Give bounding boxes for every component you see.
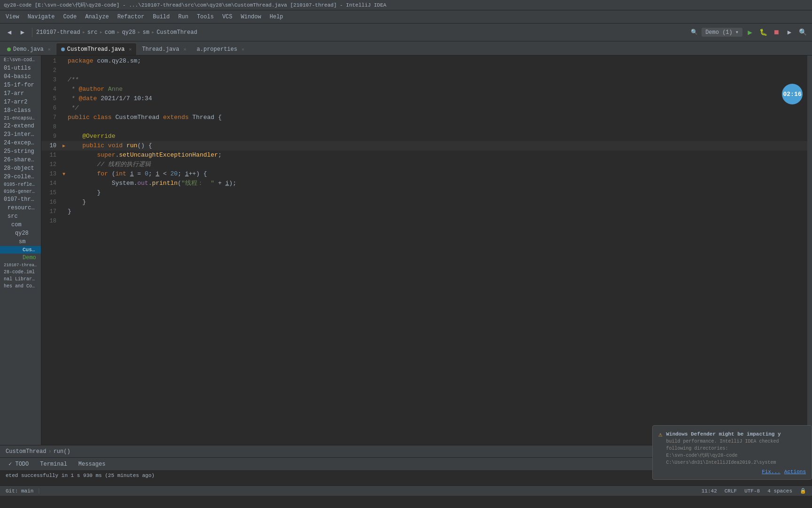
sidebar-item-libraries[interactable]: nal Libraries xyxy=(0,276,41,283)
tab-thread-java[interactable]: Thread.java ✕ xyxy=(137,43,191,55)
menu-window[interactable]: Window xyxy=(237,13,265,21)
breadcrumb-com[interactable]: com xyxy=(105,29,115,36)
code-content-5: * @date 2021/1/7 10:34 xyxy=(68,94,807,103)
code-line-2: 2 xyxy=(41,66,807,75)
breadcrumb-qy28[interactable]: qy28 xyxy=(122,29,136,36)
notification-warning-icon: ⚠ xyxy=(658,430,662,438)
sidebar-item-customthread[interactable]: Custo xyxy=(0,246,41,254)
sidebar-item-qy28[interactable]: qy28 xyxy=(0,229,41,238)
sidebar-item-collection[interactable]: 29-collection xyxy=(0,173,41,181)
tab-customthread-java[interactable]: CustomThread.java ✕ xyxy=(56,43,137,55)
line-num-10: 10 xyxy=(41,141,60,151)
tab-properties[interactable]: a.properties ✕ xyxy=(192,43,250,55)
code-line-7: 7 public class CustomThread extends Thre… xyxy=(41,113,807,122)
breadcrumb-bottom-class[interactable]: CustomThread xyxy=(6,448,46,455)
code-content-3: /** xyxy=(68,75,807,85)
sidebar-item-sharebike[interactable]: 26-sharebike xyxy=(0,156,41,164)
sidebar-item-iml-code[interactable]: 28-code.iml xyxy=(0,269,41,276)
tab-demo-java[interactable]: Demo.java ✕ xyxy=(2,43,56,55)
sidebar-item-arr[interactable]: 17-arr xyxy=(0,89,41,98)
status-bar: Git: main | 11:42 CRLF UTF-8 4 spaces 🔒 xyxy=(0,485,812,496)
menu-tools[interactable]: Tools xyxy=(193,13,218,21)
toolbar-forward-btn[interactable]: ▶ xyxy=(17,27,28,38)
notification-actions-btn[interactable]: Actions xyxy=(784,469,806,475)
menu-help[interactable]: Help xyxy=(266,13,287,21)
menu-run[interactable]: Run xyxy=(174,13,192,21)
notification-text: Windows Defender might be impacting y bu… xyxy=(666,430,806,467)
tab-close-demo[interactable]: ✕ xyxy=(48,47,51,52)
code-content-15: } xyxy=(68,188,807,198)
sidebar-item-exception[interactable]: 24-exception xyxy=(0,139,41,147)
code-line-15: 15 } xyxy=(41,188,807,198)
sidebar-item-src[interactable]: src xyxy=(0,212,41,221)
menu-build[interactable]: Build xyxy=(149,13,173,21)
code-content-1: package com.qy28.sm; xyxy=(68,56,807,66)
menu-navigate[interactable]: Navigate xyxy=(24,13,59,21)
status-line-col: 11:42 xyxy=(702,488,717,494)
status-encoding[interactable]: UTF-8 xyxy=(744,488,760,494)
menu-analyze[interactable]: Analyze xyxy=(81,13,112,21)
status-crlf[interactable]: CRLF xyxy=(725,488,737,494)
menu-view[interactable]: View xyxy=(2,13,23,21)
title-bar-text: qy28-code [E:\svn-code\代码\qy28-code] - .… xyxy=(4,1,386,8)
bottom-tab-todo[interactable]: ✓ TODO xyxy=(4,460,33,468)
sidebar-item-reflect[interactable]: 0105-reflect xyxy=(0,181,41,188)
bottom-tab-terminal[interactable]: Terminal xyxy=(35,460,72,468)
line-num-12: 12 xyxy=(41,160,60,169)
breadcrumb-sep4: ▸ xyxy=(137,29,141,36)
build-status-text: eted successfully in 1 s 930 ms (25 minu… xyxy=(6,473,155,478)
breadcrumb-src[interactable]: src xyxy=(87,29,98,36)
notification-fix-btn[interactable]: Fix... xyxy=(762,469,781,475)
menu-code[interactable]: Code xyxy=(59,13,80,21)
sidebar-item-generic[interactable]: 0106-generic&ann xyxy=(0,188,41,195)
timer-badge[interactable]: 02:16 xyxy=(782,84,803,104)
run-config-selector[interactable]: Demo (1) ▾ xyxy=(702,28,742,37)
menu-vcs[interactable]: VCS xyxy=(219,13,236,21)
sidebar-item-utils[interactable]: 01-utils xyxy=(0,64,41,72)
sidebar-item-resources[interactable]: resources xyxy=(0,204,41,212)
breadcrumb-sm[interactable]: sm xyxy=(143,29,149,36)
sidebar-item-sm[interactable]: sm xyxy=(0,238,41,246)
sidebar-item-object[interactable]: 28-object xyxy=(0,164,41,173)
sidebar-item-extend[interactable]: 22-extend xyxy=(0,122,41,130)
breadcrumb-file[interactable]: CustomThread xyxy=(156,29,197,36)
code-line-18: 18 xyxy=(41,216,807,226)
breadcrumb-project[interactable]: 210107-thread xyxy=(36,29,80,36)
sidebar-item-iml-thread[interactable]: 210107-thread.iml xyxy=(0,262,41,269)
toolbar-back-btn[interactable]: ◀ xyxy=(4,27,15,38)
sidebar-item-encapsulation[interactable]: 21-encapsulation xyxy=(0,115,41,122)
sidebar-item-thread[interactable]: 0107-thread xyxy=(0,195,41,204)
code-area[interactable]: 1 package com.qy28.sm; 2 3 /** xyxy=(41,56,812,445)
status-git: Git: main xyxy=(6,488,33,494)
editor-scrollbar[interactable] xyxy=(807,56,812,445)
notification-title: Windows Defender might be impacting y xyxy=(666,430,806,438)
tab-label-customthread: CustomThread.java xyxy=(67,46,125,53)
sidebar-item-demo[interactable]: Demo xyxy=(0,254,41,262)
gutter-arrow-13: ▼ xyxy=(62,172,65,177)
stop-button[interactable]: ⏹ xyxy=(771,27,782,38)
status-indent: 4 spaces xyxy=(767,488,792,494)
bottom-tab-messages[interactable]: Messages xyxy=(74,460,110,468)
debug-button[interactable]: 🐛 xyxy=(757,27,769,38)
sidebar-item-class[interactable]: 18-class xyxy=(0,106,41,115)
sidebar-item-com[interactable]: com xyxy=(0,221,41,229)
sidebar-item-iffor[interactable]: 15-if-for xyxy=(0,81,41,89)
breadcrumb-bottom-method[interactable]: run() xyxy=(54,448,70,455)
sidebar-item-string[interactable]: 25-string xyxy=(0,147,41,156)
tab-close-customthread[interactable]: ✕ xyxy=(129,47,132,52)
coverage-button[interactable]: ▶ xyxy=(784,27,795,38)
line-num-18: 18 xyxy=(41,216,60,226)
sidebar-item-consoles[interactable]: hes and Consoles xyxy=(0,283,41,290)
sidebar-item-interface[interactable]: 23-interface xyxy=(0,130,41,139)
toolbar-search-btn[interactable]: 🔍 xyxy=(688,27,700,38)
line-num-4: 4 xyxy=(41,85,60,94)
sidebar-item-arr2[interactable]: 17-arr2 xyxy=(0,98,41,106)
menu-refactor[interactable]: Refactor xyxy=(114,13,148,21)
code-content-18 xyxy=(68,216,807,226)
run-button[interactable]: ▶ xyxy=(744,27,756,38)
search-everywhere-btn[interactable]: 🔍 xyxy=(797,27,808,38)
tab-close-properties[interactable]: ✕ xyxy=(242,47,244,52)
gutter-13: ▼ xyxy=(60,169,68,179)
sidebar-item-basic[interactable]: 04-basic xyxy=(0,72,41,81)
tab-close-thread[interactable]: ✕ xyxy=(184,47,187,52)
